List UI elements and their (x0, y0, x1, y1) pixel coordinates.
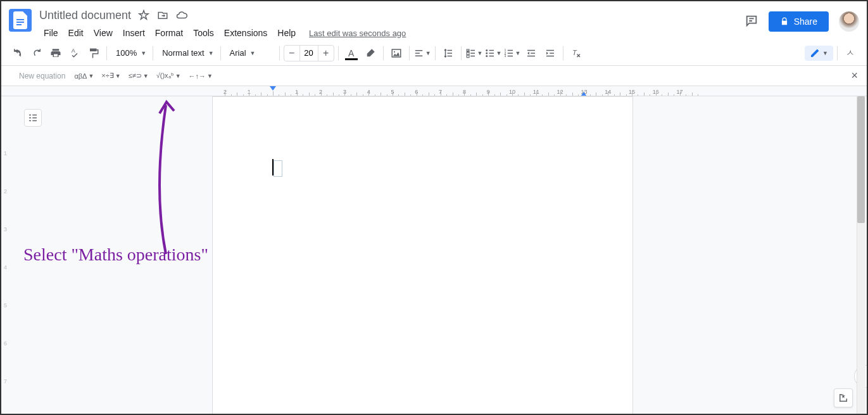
svg-rect-8 (467, 52, 469, 54)
equation-placeholder[interactable] (274, 160, 282, 177)
equation-toolbar: New equation αβΔ▼ ×÷∃▼ ≤≠⊃▼ √()xₐᵇ▼ ←↑→▼… (1, 66, 867, 86)
editing-mode-button[interactable]: ▼ (805, 46, 833, 61)
relations-button[interactable]: ≤≠⊃▼ (126, 70, 151, 81)
vertical-scrollbar[interactable] (857, 96, 865, 414)
svg-rect-4 (366, 57, 375, 58)
close-equation-bar-icon[interactable]: × (851, 69, 858, 82)
font-select[interactable]: Arial▼ (225, 44, 275, 62)
numbered-list-button[interactable]: 123▼ (503, 44, 521, 62)
menu-help[interactable]: Help (273, 25, 300, 41)
annotation-arrow (118, 96, 194, 263)
align-button[interactable]: ▼ (413, 44, 431, 62)
menu-edit[interactable]: Edit (64, 25, 88, 41)
checklist-button[interactable]: ▼ (465, 44, 483, 62)
menu-file[interactable]: File (39, 25, 63, 41)
zoom-select[interactable]: 100%▼ (111, 44, 149, 62)
svg-rect-0 (16, 19, 24, 20)
document-outline-button[interactable] (24, 109, 42, 127)
horizontal-ruler[interactable]: 211234567891011121314151617 (1, 86, 867, 96)
svg-rect-1 (16, 22, 24, 23)
share-button[interactable]: Share (769, 11, 829, 32)
increase-indent-button[interactable] (541, 44, 559, 62)
toolbar: A 100%▼ Normal text▼ Arial▼ − + A ▼ ▼ ▼ … (1, 41, 867, 66)
arrows-button[interactable]: ←↑→▼ (186, 71, 215, 81)
increase-font-button[interactable]: + (318, 48, 334, 59)
menu-view[interactable]: View (89, 25, 117, 41)
last-edit-link[interactable]: Last edit was seconds ago (309, 29, 406, 38)
print-button[interactable] (47, 44, 65, 62)
new-equation-label[interactable]: New equation (19, 72, 65, 80)
math-symbols-button[interactable]: √()xₐᵇ▼ (154, 70, 184, 81)
redo-button[interactable] (28, 44, 46, 62)
svg-point-6 (393, 51, 394, 52)
menu-tools[interactable]: Tools (189, 25, 218, 41)
svg-point-10 (486, 49, 487, 51)
svg-rect-2 (16, 24, 22, 25)
explore-button[interactable] (834, 388, 853, 407)
font-size-group: − + (284, 45, 334, 61)
document-title[interactable]: Untitled document (39, 9, 131, 22)
bulleted-list-button[interactable]: ▼ (484, 44, 502, 62)
share-label: Share (794, 16, 817, 27)
annotation-text: Select "Maths operations" (23, 245, 208, 265)
move-icon[interactable] (156, 9, 169, 22)
menu-format[interactable]: Format (151, 25, 187, 41)
math-operations-button[interactable]: ×÷∃▼ (99, 70, 123, 81)
spellcheck-button[interactable]: A (66, 44, 84, 62)
menu-insert[interactable]: Insert (118, 25, 149, 41)
menu-extensions[interactable]: Extensions (220, 25, 272, 41)
insert-image-button[interactable] (387, 44, 405, 62)
star-icon[interactable] (137, 9, 150, 22)
clear-formatting-button[interactable]: T (567, 44, 585, 62)
document-page[interactable] (212, 96, 633, 414)
vertical-ruler[interactable]: 1234567 (1, 96, 13, 414)
cloud-saved-icon[interactable] (175, 9, 188, 22)
user-avatar[interactable] (839, 11, 859, 32)
font-size-input[interactable] (299, 46, 318, 61)
undo-button[interactable] (9, 44, 27, 62)
svg-point-11 (486, 52, 487, 54)
line-spacing-button[interactable] (439, 44, 457, 62)
greek-letters-button[interactable]: αβΔ▼ (72, 71, 96, 81)
decrease-font-button[interactable]: − (284, 48, 299, 59)
svg-text:3: 3 (504, 54, 506, 58)
scrollbar-thumb[interactable] (857, 96, 865, 223)
highlight-color-button[interactable] (362, 44, 379, 62)
docs-logo[interactable] (9, 9, 32, 32)
decrease-indent-button[interactable] (522, 44, 540, 62)
svg-text:T: T (572, 49, 577, 56)
svg-text:A: A (72, 48, 75, 54)
paint-format-button[interactable] (85, 44, 103, 62)
paragraph-style-select[interactable]: Normal text▼ (157, 44, 216, 62)
text-color-button[interactable]: A (343, 44, 360, 62)
lock-icon (780, 17, 789, 26)
svg-point-12 (486, 55, 487, 57)
svg-rect-9 (467, 55, 469, 58)
comments-icon[interactable] (745, 14, 758, 30)
collapse-toolbar-button[interactable]: ㅅ (841, 44, 859, 62)
